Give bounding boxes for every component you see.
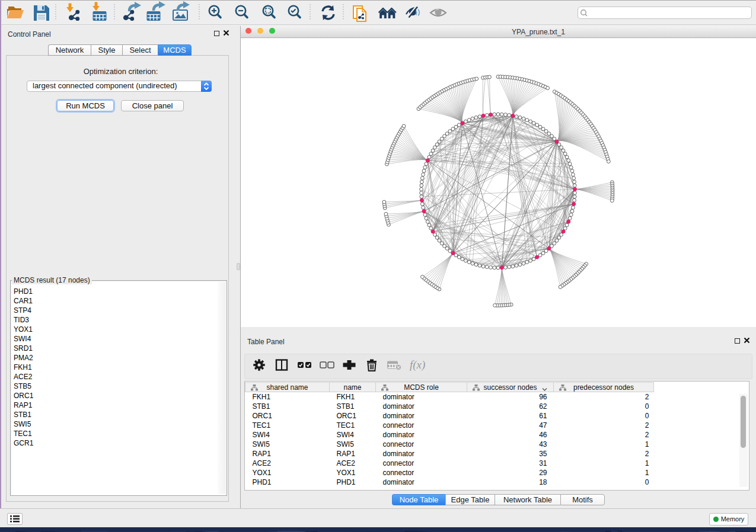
svg-text:f(x): f(x) [410,358,425,371]
